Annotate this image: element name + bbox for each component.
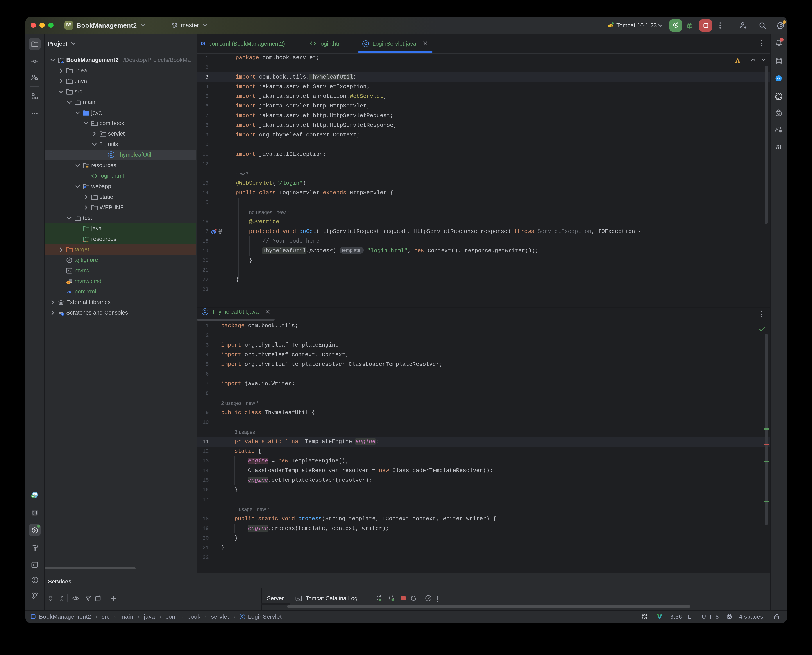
svg-text:?: ? (35, 77, 37, 80)
